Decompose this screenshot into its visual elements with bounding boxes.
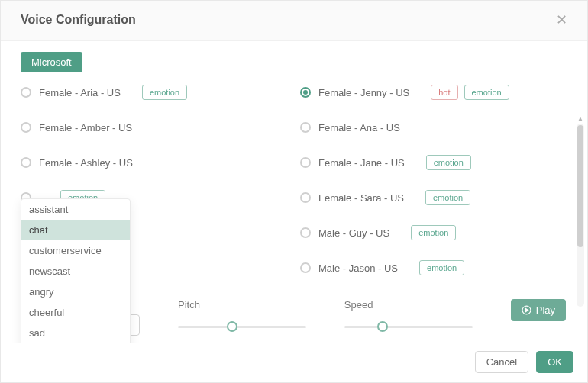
hot-badge: hot [431, 85, 457, 100]
emotion-badge[interactable]: emotion [425, 190, 470, 205]
titlebar: Voice Configuration ✕ [1, 1, 587, 41]
voice-label: Female - Jane - US [318, 157, 405, 169]
provider-tab-microsoft[interactable]: Microsoft [21, 52, 82, 72]
voice-row: Female - Aria - USemotion [21, 83, 291, 101]
voice-row: Female - Amber - US [21, 118, 291, 137]
pitch-slider-block: Pitch [178, 299, 306, 332]
emotion-badge[interactable]: emotion [464, 85, 509, 100]
voice-radio[interactable] [300, 262, 311, 273]
speed-label: Speed [344, 299, 473, 311]
voice-row: Female - Sara - USemotion [300, 188, 570, 207]
style-option[interactable]: chat [21, 220, 130, 240]
voice-row: Female - Jane - USemotion [300, 153, 570, 172]
style-option[interactable]: cheerful [21, 302, 130, 323]
voice-label: Female - Aria - US [39, 87, 121, 98]
voice-radio[interactable] [300, 157, 311, 168]
style-option[interactable]: angry [21, 282, 130, 302]
speed-thumb[interactable] [377, 321, 388, 332]
voice-label: Male - Guy - US [318, 227, 389, 239]
voice-row: Female - Ashley - US [21, 153, 291, 172]
voice-radio[interactable] [21, 157, 31, 168]
play-button[interactable]: Play [511, 299, 566, 321]
style-option[interactable]: newscast [21, 261, 130, 282]
close-icon[interactable]: ✕ [551, 10, 572, 30]
voice-label: Female - Ana - US [318, 122, 400, 134]
dialog-body: Microsoft Female - Aria - USemotionFemal… [1, 41, 587, 343]
voice-radio[interactable] [300, 192, 311, 203]
voice-radio[interactable] [300, 122, 311, 133]
cancel-button[interactable]: Cancel [475, 351, 528, 373]
voice-row: Male - Guy - USemotion [300, 224, 570, 242]
voice-scrollbar[interactable]: ▲ [577, 124, 584, 307]
voice-label: Female - Amber - US [39, 122, 132, 134]
emotion-badge[interactable]: emotion [411, 225, 456, 240]
scroll-up-icon[interactable]: ▲ [577, 116, 584, 122]
emotion-badge[interactable]: emotion [142, 85, 187, 100]
scroll-thumb[interactable] [577, 125, 583, 247]
svg-marker-1 [525, 308, 528, 311]
style-option[interactable]: sad [21, 323, 130, 343]
voice-radio[interactable] [300, 227, 311, 238]
voice-radio[interactable] [21, 87, 31, 98]
voice-label: Female - Sara - US [318, 192, 404, 204]
voice-config-dialog: Voice Configuration ✕ Microsoft Female -… [0, 0, 588, 383]
style-dropdown-panel[interactable]: assistantchatcustomerservicenewscastangr… [21, 198, 131, 343]
voice-radio[interactable] [300, 87, 311, 98]
voice-label: Female - Jenny - US [318, 87, 409, 98]
emotion-badge[interactable]: emotion [426, 155, 471, 170]
pitch-label: Pitch [178, 299, 306, 311]
dialog-title: Voice Configuration [21, 13, 136, 27]
play-icon [522, 305, 531, 315]
voice-row: Female - Ana - US [300, 118, 570, 137]
voice-row: Female - Jenny - UShotemotion [300, 83, 570, 101]
footer: Cancel OK [1, 343, 587, 382]
emotion-badge[interactable]: emotion [419, 260, 464, 275]
pitch-slider[interactable] [178, 321, 306, 332]
style-option[interactable]: assistant [21, 199, 130, 220]
play-label: Play [536, 304, 555, 316]
pitch-thumb[interactable] [227, 321, 237, 332]
voice-label: Male - Jason - US [318, 262, 398, 274]
ok-button[interactable]: OK [536, 351, 573, 373]
voice-radio[interactable] [21, 122, 31, 133]
voice-row: Male - Jason - USemotion [300, 259, 570, 277]
speed-slider-block: Speed [344, 299, 473, 332]
speed-slider[interactable] [344, 321, 473, 332]
style-option[interactable]: customerservice [21, 240, 130, 261]
voice-label: Female - Ashley - US [39, 157, 133, 169]
